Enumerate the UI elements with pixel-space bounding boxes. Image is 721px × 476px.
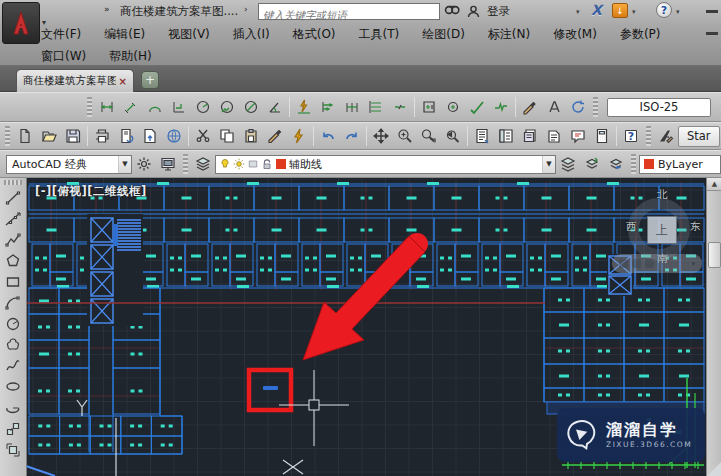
- chevron-down-icon[interactable]: ▼: [542, 156, 555, 173]
- text-style-button[interactable]: [655, 125, 677, 147]
- radius-dimension-button[interactable]: [192, 96, 214, 118]
- qnew-button[interactable]: [14, 125, 36, 147]
- info-center-search[interactable]: [258, 3, 440, 20]
- dimension-space-button[interactable]: [365, 96, 387, 118]
- menu-编辑[interactable]: 编辑(E): [101, 25, 148, 44]
- toolbar-grip[interactable]: [4, 180, 22, 185]
- tab-close-icon[interactable]: ×: [119, 76, 127, 87]
- menu-文件[interactable]: 文件(F): [38, 25, 84, 44]
- tolerance-button[interactable]: [418, 96, 440, 118]
- copy-button[interactable]: [216, 125, 238, 147]
- menu-标注[interactable]: 标注(N): [485, 25, 533, 44]
- ellipse-arc-button[interactable]: [3, 397, 24, 418]
- revision-cloud-button[interactable]: [3, 334, 24, 355]
- quickcalc-button[interactable]: [591, 125, 613, 147]
- new-tab-button[interactable]: +: [141, 71, 159, 89]
- designcenter-button[interactable]: [495, 125, 517, 147]
- quick-dimension-button[interactable]: [293, 96, 315, 118]
- zoom-window-button[interactable]: [418, 125, 440, 147]
- menu-窗口[interactable]: 窗口(W): [38, 47, 89, 66]
- sheetset-manager-button[interactable]: [543, 125, 565, 147]
- user-icon[interactable]: [466, 2, 481, 20]
- dimension-update-button[interactable]: [567, 96, 589, 118]
- help-button[interactable]: ?: [620, 125, 642, 147]
- construction-line-button[interactable]: [3, 208, 24, 229]
- menu-插入[interactable]: 插入(I): [230, 25, 273, 44]
- menu-格式[interactable]: 格式(O): [290, 25, 339, 44]
- save-button[interactable]: [62, 125, 84, 147]
- toolbar-grip[interactable]: [646, 126, 651, 146]
- toolbar-overflow-left[interactable]: »: [104, 4, 110, 14]
- sign-in-button[interactable]: 登录: [487, 4, 510, 19]
- workspace-combo[interactable]: AutoCAD 经典 ▼: [6, 155, 132, 174]
- layer-combo[interactable]: 辅助线 ▼: [215, 155, 556, 174]
- layer-states-manager-button[interactable]: [557, 153, 579, 175]
- minimize-button[interactable]: [706, 10, 718, 13]
- plot-button[interactable]: [91, 125, 113, 147]
- search-input[interactable]: [259, 8, 439, 23]
- arc-button[interactable]: [3, 292, 24, 313]
- publish-button[interactable]: [139, 125, 161, 147]
- line-button[interactable]: [3, 187, 24, 208]
- viewcube-north[interactable]: 北: [657, 188, 668, 202]
- toolbar-grip[interactable]: [87, 97, 92, 117]
- scrollbar-thumb[interactable]: [708, 242, 721, 268]
- menu-帮助[interactable]: 帮助(H): [106, 47, 154, 66]
- menu-视图[interactable]: 视图(V): [165, 25, 213, 44]
- diameter-dimension-button[interactable]: [240, 96, 262, 118]
- match-properties-button[interactable]: [264, 125, 286, 147]
- insert-block-button[interactable]: [3, 418, 24, 439]
- toolbar-grip[interactable]: [593, 97, 598, 117]
- viewcube-top-face[interactable]: 上: [647, 216, 677, 244]
- chevron-down-icon[interactable]: ▼: [118, 156, 131, 173]
- 3d-dwf-button[interactable]: [163, 125, 185, 147]
- tool-palettes-button[interactable]: [519, 125, 541, 147]
- text-style-combo[interactable]: Star: [678, 126, 720, 147]
- make-block-button[interactable]: [3, 439, 24, 460]
- angular-dimension-button[interactable]: [264, 96, 286, 118]
- polyline-button[interactable]: [3, 229, 24, 250]
- document-minimize-button[interactable]: [706, 32, 718, 35]
- center-mark-button[interactable]: [442, 96, 464, 118]
- markup-manager-button[interactable]: [567, 125, 589, 147]
- exchange-apps-icon[interactable]: X: [591, 2, 602, 18]
- linear-dimension-button[interactable]: [96, 96, 118, 118]
- dimension-break-button[interactable]: [389, 96, 411, 118]
- polygon-button[interactable]: [3, 250, 24, 271]
- toolbar-grip[interactable]: [5, 126, 10, 146]
- dimension-text-edit-button[interactable]: [543, 96, 565, 118]
- redo-button[interactable]: [341, 125, 363, 147]
- open-button[interactable]: [38, 125, 60, 147]
- rectangle-button[interactable]: [3, 271, 24, 292]
- spline-button[interactable]: [3, 355, 24, 376]
- viewcube-wcs-menu[interactable]: ▾: [612, 254, 702, 273]
- download-apps-icon[interactable]: ↓: [612, 3, 628, 18]
- dropdown-caret[interactable]: ▾: [576, 8, 580, 16]
- object-color-combo[interactable]: ByLayer: [639, 155, 721, 174]
- arc-length-dimension-button[interactable]: [144, 96, 166, 118]
- display-settings-button[interactable]: [157, 153, 179, 175]
- toolbar-overflow-right[interactable]: ›: [244, 4, 248, 14]
- viewcube-west[interactable]: 西: [626, 220, 637, 234]
- menu-修改[interactable]: 修改(M): [550, 25, 600, 44]
- layer-properties-manager-button[interactable]: [192, 153, 214, 175]
- dimension-edit-button[interactable]: [519, 96, 541, 118]
- ellipse-button[interactable]: [3, 376, 24, 397]
- paste-button[interactable]: [240, 125, 262, 147]
- plot-preview-button[interactable]: [115, 125, 137, 147]
- jogged-linear-button[interactable]: [490, 96, 512, 118]
- scroll-up-icon[interactable]: ▲: [707, 178, 721, 191]
- viewcube-east[interactable]: 东: [690, 220, 701, 234]
- jogged-dimension-button[interactable]: [216, 96, 238, 118]
- ordinate-dimension-button[interactable]: [168, 96, 190, 118]
- menu-参数[interactable]: 参数(P): [617, 25, 664, 44]
- layer-previous-button[interactable]: [605, 153, 627, 175]
- make-object-layer-current-button[interactable]: [581, 153, 603, 175]
- aligned-dimension-button[interactable]: [120, 96, 142, 118]
- baseline-dimension-button[interactable]: [317, 96, 339, 118]
- zoom-realtime-button[interactable]: [394, 125, 416, 147]
- undo-button[interactable]: [317, 125, 339, 147]
- drawing-tab[interactable]: 商住楼建筑方案草图* ×: [16, 69, 134, 92]
- inspect-dimension-button[interactable]: [466, 96, 488, 118]
- menu-绘图[interactable]: 绘图(D): [419, 25, 468, 44]
